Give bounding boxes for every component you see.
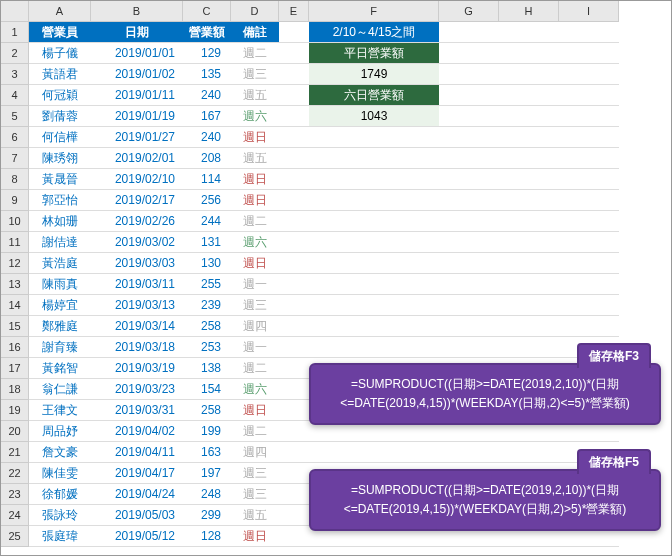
cell-date-10[interactable]: 2019/02/26	[91, 211, 183, 232]
cell-blank[interactable]	[439, 295, 499, 316]
cell-blank[interactable]	[559, 22, 619, 43]
cell-f4[interactable]: 六日營業額	[309, 85, 439, 106]
row-header-24[interactable]: 24	[1, 505, 29, 526]
cell-note-22[interactable]: 週三	[231, 463, 279, 484]
col-header-I[interactable]: I	[559, 1, 619, 22]
cell-f21[interactable]	[309, 442, 439, 463]
cell-e13[interactable]	[279, 274, 309, 295]
row-header-4[interactable]: 4	[1, 85, 29, 106]
col-header-A[interactable]: A	[29, 1, 91, 22]
row-header-10[interactable]: 10	[1, 211, 29, 232]
row-header-2[interactable]: 2	[1, 43, 29, 64]
cell-name-23[interactable]: 徐郁媛	[29, 484, 91, 505]
cell-name-11[interactable]: 謝佶達	[29, 232, 91, 253]
cell-name-15[interactable]: 鄭雅庭	[29, 316, 91, 337]
cell-amount-12[interactable]: 130	[183, 253, 231, 274]
cell-name-7[interactable]: 陳琇翎	[29, 148, 91, 169]
cell-blank[interactable]	[559, 64, 619, 85]
cell-name-4[interactable]: 何冠穎	[29, 85, 91, 106]
cell-name-18[interactable]: 翁仁謙	[29, 379, 91, 400]
cell-f5[interactable]: 1043	[309, 106, 439, 127]
cell-date-15[interactable]: 2019/03/14	[91, 316, 183, 337]
cell-note-15[interactable]: 週四	[231, 316, 279, 337]
cell-blank[interactable]	[439, 22, 499, 43]
cell-name-12[interactable]: 黃浩庭	[29, 253, 91, 274]
cell-f3[interactable]: 1749	[309, 64, 439, 85]
row-header-6[interactable]: 6	[1, 127, 29, 148]
cell-blank[interactable]	[499, 232, 559, 253]
cell-blank[interactable]	[439, 274, 499, 295]
cell-blank[interactable]	[499, 169, 559, 190]
cell-note-6[interactable]: 週日	[231, 127, 279, 148]
cell-name-25[interactable]: 張庭瑋	[29, 526, 91, 547]
cell-note-18[interactable]: 週六	[231, 379, 279, 400]
cell-name-6[interactable]: 何信樺	[29, 127, 91, 148]
cell-name-5[interactable]: 劉蒨蓉	[29, 106, 91, 127]
cell-amount-18[interactable]: 154	[183, 379, 231, 400]
cell-e25[interactable]	[279, 526, 309, 547]
cell-f16[interactable]	[309, 337, 439, 358]
col-header-H[interactable]: H	[499, 1, 559, 22]
cell-note-13[interactable]: 週一	[231, 274, 279, 295]
cell-amount-23[interactable]: 248	[183, 484, 231, 505]
cell-blank[interactable]	[499, 85, 559, 106]
cell-note-10[interactable]: 週二	[231, 211, 279, 232]
cell-date-6[interactable]: 2019/01/27	[91, 127, 183, 148]
cell-note-16[interactable]: 週一	[231, 337, 279, 358]
cell-amount-8[interactable]: 114	[183, 169, 231, 190]
cell-blank[interactable]	[559, 295, 619, 316]
cell-blank[interactable]	[439, 127, 499, 148]
row-header-17[interactable]: 17	[1, 358, 29, 379]
cell-e8[interactable]	[279, 169, 309, 190]
cell-name-2[interactable]: 楊子儀	[29, 43, 91, 64]
cell-name-22[interactable]: 陳佳雯	[29, 463, 91, 484]
cell-date-3[interactable]: 2019/01/02	[91, 64, 183, 85]
cell-note-19[interactable]: 週日	[231, 400, 279, 421]
cell-e14[interactable]	[279, 295, 309, 316]
cell-blank[interactable]	[439, 64, 499, 85]
row-header-18[interactable]: 18	[1, 379, 29, 400]
cell-blank[interactable]	[499, 22, 559, 43]
row-header-20[interactable]: 20	[1, 421, 29, 442]
cell-blank[interactable]	[499, 106, 559, 127]
cell-date-14[interactable]: 2019/03/13	[91, 295, 183, 316]
row-header-7[interactable]: 7	[1, 148, 29, 169]
cell-blank[interactable]	[439, 190, 499, 211]
cell-f2[interactable]: 平日營業額	[309, 43, 439, 64]
cell-e16[interactable]	[279, 337, 309, 358]
cell-note-11[interactable]: 週六	[231, 232, 279, 253]
cell-blank[interactable]	[559, 127, 619, 148]
cell-blank[interactable]	[499, 148, 559, 169]
cell-date-11[interactable]: 2019/03/02	[91, 232, 183, 253]
cell-blank[interactable]	[559, 274, 619, 295]
cell-e24[interactable]	[279, 505, 309, 526]
cell-e7[interactable]	[279, 148, 309, 169]
col-header-corner[interactable]	[1, 1, 29, 22]
cell-blank[interactable]	[439, 442, 499, 463]
cell-e18[interactable]	[279, 379, 309, 400]
cell-date-12[interactable]: 2019/03/03	[91, 253, 183, 274]
cell-blank[interactable]	[559, 148, 619, 169]
cell-date-20[interactable]: 2019/04/02	[91, 421, 183, 442]
cell-date-23[interactable]: 2019/04/24	[91, 484, 183, 505]
row-header-14[interactable]: 14	[1, 295, 29, 316]
cell-name-10[interactable]: 林如珊	[29, 211, 91, 232]
cell-amount-14[interactable]: 239	[183, 295, 231, 316]
cell-note-5[interactable]: 週六	[231, 106, 279, 127]
cell-e19[interactable]	[279, 400, 309, 421]
cell-amount-11[interactable]: 131	[183, 232, 231, 253]
cell-e9[interactable]	[279, 190, 309, 211]
cell-note-7[interactable]: 週五	[231, 148, 279, 169]
cell-f11[interactable]	[309, 232, 439, 253]
cell-amount-13[interactable]: 255	[183, 274, 231, 295]
cell-name-20[interactable]: 周品妤	[29, 421, 91, 442]
cell-date-8[interactable]: 2019/02/10	[91, 169, 183, 190]
cell-blank[interactable]	[499, 43, 559, 64]
cell-blank[interactable]	[439, 337, 499, 358]
cell-e5[interactable]	[279, 106, 309, 127]
cell-blank[interactable]	[499, 274, 559, 295]
cell-blank[interactable]	[439, 169, 499, 190]
cell-name-14[interactable]: 楊婷宜	[29, 295, 91, 316]
row-header-11[interactable]: 11	[1, 232, 29, 253]
cell-blank[interactable]	[559, 253, 619, 274]
